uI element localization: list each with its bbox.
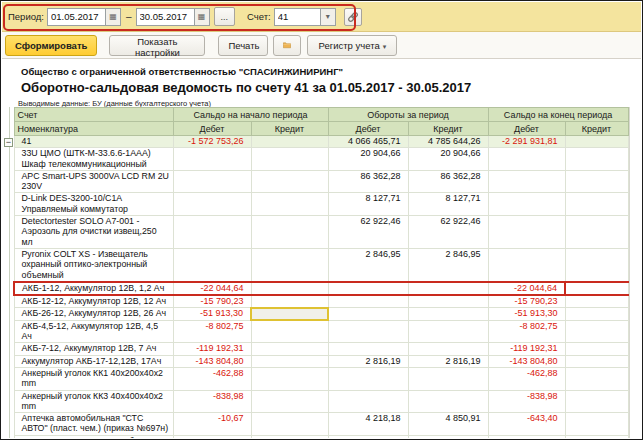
value-cell[interactable]: 2 846,95	[328, 248, 408, 281]
value-cell[interactable]: 86 362,28	[408, 170, 488, 193]
value-cell[interactable]	[251, 282, 328, 295]
value-cell[interactable]: -22 044,64	[488, 282, 565, 295]
value-cell[interactable]	[328, 320, 408, 343]
value-cell[interactable]: 62 922,46	[408, 216, 488, 249]
value-cell[interactable]: -51 913,30	[173, 308, 251, 320]
value-cell[interactable]: -8 802,75	[173, 320, 251, 343]
value-cell[interactable]	[328, 435, 408, 438]
value-cell[interactable]	[328, 343, 408, 355]
row-name-cell[interactable]: АКБ-4,5-12, Аккумулятор 12В, 4,5 Ач	[14, 320, 173, 343]
column-header-nomenclature[interactable]: Номенклатура	[14, 122, 173, 136]
value-cell[interactable]	[565, 148, 628, 171]
row-name-cell[interactable]: D-Link DES-3200-10/C1A Управляемый комму…	[14, 193, 173, 216]
value-cell[interactable]: 86 362,28	[328, 170, 408, 193]
value-cell[interactable]: -8 802,75	[488, 320, 565, 343]
column-group-closing-balance[interactable]: Сальдо на конец периода	[488, 108, 628, 122]
value-cell[interactable]: 4 785 644,26	[408, 136, 488, 148]
value-cell[interactable]	[251, 148, 328, 171]
value-cell[interactable]	[328, 367, 408, 390]
value-cell[interactable]	[251, 295, 328, 308]
value-cell[interactable]: -119 192,31	[488, 343, 565, 355]
value-cell[interactable]	[251, 248, 328, 281]
value-cell[interactable]: -838,98	[173, 390, 251, 413]
value-cell[interactable]	[408, 390, 488, 413]
show-settings-button[interactable]: Показать настройки	[109, 35, 205, 56]
value-cell[interactable]	[408, 308, 488, 320]
column-header-credit[interactable]: Кредит	[565, 122, 628, 136]
value-cell[interactable]	[488, 148, 565, 171]
row-name-cell[interactable]: APC Smart-UPS 3000VA LCD RM 2U 230V	[14, 170, 173, 193]
value-cell[interactable]	[565, 282, 628, 295]
value-cell[interactable]: 2 816,19	[408, 355, 488, 367]
value-cell[interactable]	[251, 320, 328, 343]
value-cell[interactable]	[408, 320, 488, 343]
value-cell[interactable]: -462,88	[173, 367, 251, 390]
value-cell[interactable]	[565, 390, 628, 413]
row-name-cell[interactable]: АКБ-26-12, Аккумулятор 12В, 26 Ач	[14, 308, 173, 320]
value-cell[interactable]	[251, 308, 328, 320]
period-options-button[interactable]: ...	[214, 7, 236, 26]
value-cell[interactable]	[251, 367, 328, 390]
value-cell[interactable]	[328, 295, 408, 308]
column-header-debit[interactable]: Дебет	[488, 122, 565, 136]
value-cell[interactable]	[565, 367, 628, 390]
value-cell[interactable]	[565, 248, 628, 281]
value-cell[interactable]: 8 127,71	[328, 193, 408, 216]
value-cell[interactable]: 20 904,66	[408, 148, 488, 171]
value-cell[interactable]	[251, 343, 328, 355]
calendar-icon[interactable]: ▦	[194, 8, 210, 26]
row-name-cell[interactable]: Анкерный уголок КК1 40х200х40х2 mm	[14, 367, 173, 390]
value-cell[interactable]: -10,67	[173, 413, 251, 436]
row-name-cell[interactable]: АКБ-12-12, Аккумулятор 12В, 12 Ач	[14, 295, 173, 308]
value-cell[interactable]	[251, 355, 328, 367]
chain-link-icon[interactable]	[344, 8, 362, 26]
register-menu-button[interactable]: Регистр учета▾	[307, 35, 397, 56]
value-cell[interactable]	[251, 390, 328, 413]
value-cell[interactable]	[173, 193, 251, 216]
value-cell[interactable]: -838,98	[488, 390, 565, 413]
value-cell[interactable]: -119 192,31	[173, 343, 251, 355]
row-name-cell[interactable]: Pyronix COLT XS - Извещатель охранный оп…	[14, 248, 173, 281]
column-group-period-turnover[interactable]: Обороты за период	[328, 108, 488, 122]
value-cell[interactable]: 4 218,18	[328, 413, 408, 436]
value-cell[interactable]: 10 487,27	[408, 435, 488, 438]
value-cell[interactable]	[251, 136, 328, 148]
value-cell[interactable]	[565, 170, 628, 193]
value-cell[interactable]	[565, 193, 628, 216]
value-cell[interactable]	[565, 308, 628, 320]
value-cell[interactable]	[408, 295, 488, 308]
value-cell[interactable]: -1 572 753,26	[173, 136, 251, 148]
value-cell[interactable]	[251, 216, 328, 249]
value-cell[interactable]	[251, 413, 328, 436]
period-from-input[interactable]	[47, 8, 105, 26]
value-cell[interactable]	[488, 170, 565, 193]
value-cell[interactable]: 62 922,46	[328, 216, 408, 249]
row-name-cell[interactable]: АКБ-1-12, Аккумулятор 12В, 1,2 Ач	[14, 282, 173, 295]
value-cell[interactable]: -10 487,27	[488, 435, 565, 438]
value-cell[interactable]	[328, 390, 408, 413]
value-cell[interactable]	[488, 193, 565, 216]
value-cell[interactable]: -462,88	[488, 367, 565, 390]
value-cell[interactable]: -15 790,23	[173, 295, 251, 308]
row-name-cell[interactable]: Анкерный уголок КК3 40х400х40х2 mm	[14, 390, 173, 413]
column-header-debit[interactable]: Дебет	[173, 122, 251, 136]
value-cell[interactable]	[565, 355, 628, 367]
generate-button[interactable]: Сформировать	[5, 35, 97, 56]
value-cell[interactable]	[251, 435, 328, 438]
value-cell[interactable]: 4 066 465,71	[328, 136, 408, 148]
print-button[interactable]: Печать	[218, 35, 268, 56]
column-header-credit[interactable]: Кредит	[251, 122, 328, 136]
value-cell[interactable]: -22 044,64	[173, 282, 251, 295]
value-cell[interactable]	[565, 216, 628, 249]
column-group-opening-balance[interactable]: Сальдо на начало периода	[173, 108, 328, 122]
row-name-cell[interactable]: Аптечка автомобильная "СТС АВТО" (пласт.…	[14, 413, 173, 436]
value-cell[interactable]	[173, 248, 251, 281]
value-cell[interactable]	[565, 413, 628, 436]
value-cell[interactable]	[173, 435, 251, 438]
row-name-cell[interactable]: 41	[14, 136, 173, 148]
value-cell[interactable]	[565, 295, 628, 308]
row-name-cell[interactable]: Аптечка для детских и учебных учреждений…	[14, 435, 173, 438]
value-cell[interactable]	[408, 367, 488, 390]
value-cell[interactable]	[251, 193, 328, 216]
value-cell[interactable]	[408, 343, 488, 355]
